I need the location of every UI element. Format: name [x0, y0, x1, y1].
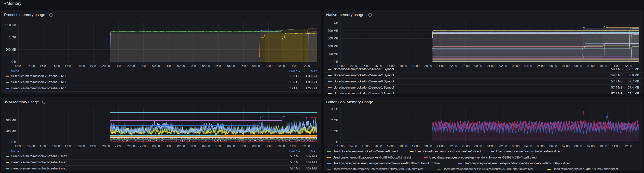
svg-text:01:00: 01:00	[487, 64, 495, 68]
svg-text:17:00: 17:00	[65, 145, 72, 148]
svg-text:00:00: 00:00	[474, 145, 482, 148]
svg-text:04:00: 04:00	[524, 145, 532, 148]
svg-text:02:00: 02:00	[177, 145, 185, 148]
svg-text:20:00: 20:00	[424, 64, 432, 68]
svg-text:12:00: 12:00	[302, 145, 310, 148]
svg-text:13:00: 13:00	[15, 64, 22, 68]
svg-text:03:00: 03:00	[512, 64, 519, 68]
svg-text:1 GB: 1 GB	[9, 36, 16, 39]
svg-text:02:00: 02:00	[499, 145, 507, 148]
svg-text:00:00: 00:00	[474, 64, 482, 68]
svg-text:09:00: 09:00	[265, 64, 272, 68]
svg-text:1 GB: 1 GB	[331, 129, 338, 133]
svg-text:22:00: 22:00	[127, 145, 135, 148]
svg-text:2 GB: 2 GB	[331, 119, 338, 122]
svg-text:21:00: 21:00	[115, 145, 122, 148]
svg-text:19:00: 19:00	[412, 145, 419, 148]
svg-text:15:00: 15:00	[40, 145, 47, 148]
svg-text:21:00: 21:00	[437, 64, 445, 68]
svg-text:19:00: 19:00	[90, 64, 97, 68]
svg-text:18:00: 18:00	[77, 64, 85, 68]
svg-text:02:00: 02:00	[499, 64, 507, 68]
svg-text:22:00: 22:00	[449, 145, 457, 148]
svg-text:16:00: 16:00	[52, 64, 60, 68]
svg-text:200 MB: 200 MB	[6, 129, 16, 133]
svg-text:18:00: 18:00	[399, 145, 407, 148]
svg-text:23:00: 23:00	[462, 145, 470, 148]
svg-text:1 GB: 1 GB	[331, 21, 338, 25]
svg-text:19:00: 19:00	[90, 145, 97, 148]
svg-text:10:00: 10:00	[277, 145, 285, 148]
svg-text:07:00: 07:00	[562, 145, 570, 148]
svg-text:03:00: 03:00	[190, 145, 197, 148]
svg-text:20:00: 20:00	[424, 145, 432, 148]
svg-text:18:00: 18:00	[399, 64, 407, 68]
svg-text:13:00: 13:00	[337, 145, 345, 148]
svg-text:00:00: 00:00	[152, 145, 160, 148]
svg-text:500 MB: 500 MB	[6, 48, 16, 51]
svg-text:23:00: 23:00	[140, 64, 147, 68]
svg-text:12:00: 12:00	[624, 145, 632, 148]
svg-text:20:00: 20:00	[102, 64, 110, 68]
svg-text:09:00: 09:00	[587, 145, 595, 148]
svg-text:07:00: 07:00	[240, 64, 248, 68]
svg-text:03:00: 03:00	[512, 145, 519, 148]
svg-text:1.50 GB: 1.50 GB	[5, 23, 16, 27]
svg-text:22:00: 22:00	[127, 64, 135, 68]
svg-text:06:00: 06:00	[227, 145, 235, 148]
svg-text:06:00: 06:00	[549, 64, 557, 68]
svg-text:02:00: 02:00	[177, 64, 185, 68]
svg-text:14:00: 14:00	[27, 64, 35, 68]
svg-text:19:00: 19:00	[412, 64, 419, 68]
svg-text:16:00: 16:00	[52, 145, 60, 148]
svg-text:20:00: 20:00	[102, 145, 110, 148]
svg-text:0 B: 0 B	[334, 60, 338, 64]
svg-text:04:00: 04:00	[202, 145, 210, 148]
svg-text:11:00: 11:00	[612, 145, 619, 148]
svg-text:0 B: 0 B	[11, 140, 16, 144]
svg-text:12:00: 12:00	[302, 64, 310, 68]
svg-text:15:00: 15:00	[40, 64, 47, 68]
svg-text:08:00: 08:00	[574, 64, 582, 68]
svg-text:09:00: 09:00	[587, 64, 595, 68]
svg-text:04:00: 04:00	[202, 64, 210, 68]
svg-text:06:00: 06:00	[227, 64, 235, 68]
svg-text:800 MB: 800 MB	[328, 29, 338, 33]
svg-text:08:00: 08:00	[252, 145, 260, 148]
svg-text:21:00: 21:00	[115, 64, 122, 68]
svg-text:17:00: 17:00	[387, 145, 394, 148]
svg-text:07:00: 07:00	[240, 145, 248, 148]
svg-text:23:00: 23:00	[462, 64, 470, 68]
svg-text:400 MB: 400 MB	[328, 45, 338, 48]
svg-text:13:00: 13:00	[15, 145, 22, 148]
svg-text:05:00: 05:00	[537, 64, 544, 68]
svg-text:06:00: 06:00	[549, 145, 557, 148]
svg-text:14:00: 14:00	[349, 145, 357, 148]
svg-text:21:00: 21:00	[437, 145, 445, 148]
svg-text:07:00: 07:00	[562, 64, 570, 68]
svg-text:08:00: 08:00	[574, 145, 582, 148]
svg-text:03:00: 03:00	[190, 64, 197, 68]
svg-text:01:00: 01:00	[165, 64, 172, 68]
svg-text:3 GB: 3 GB	[331, 107, 338, 111]
svg-text:18:00: 18:00	[77, 145, 85, 148]
svg-text:00:00: 00:00	[152, 64, 160, 68]
svg-text:01:00: 01:00	[165, 145, 172, 148]
svg-text:10:00: 10:00	[599, 145, 607, 148]
svg-text:04:00: 04:00	[524, 64, 532, 68]
svg-text:01:00: 01:00	[487, 145, 495, 148]
svg-text:05:00: 05:00	[215, 64, 222, 68]
svg-text:11:00: 11:00	[290, 64, 297, 68]
svg-text:05:00: 05:00	[215, 145, 222, 148]
svg-text:11:00: 11:00	[290, 145, 297, 148]
svg-text:0 B: 0 B	[334, 140, 338, 144]
svg-text:17:00: 17:00	[65, 64, 72, 68]
svg-text:15:00: 15:00	[362, 145, 369, 148]
svg-text:16:00: 16:00	[374, 145, 382, 148]
svg-text:08:00: 08:00	[252, 64, 260, 68]
svg-text:22:00: 22:00	[449, 64, 457, 68]
svg-text:600 MB: 600 MB	[328, 37, 338, 40]
svg-text:05:00: 05:00	[537, 145, 544, 148]
svg-text:10:00: 10:00	[277, 64, 285, 68]
svg-text:23:00: 23:00	[140, 145, 147, 148]
